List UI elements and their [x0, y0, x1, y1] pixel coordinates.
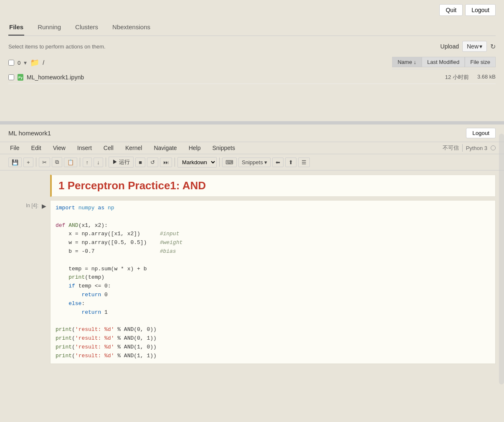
- menu-navigate[interactable]: Navigate: [152, 144, 178, 152]
- nav-forward-button[interactable]: ⬆: [285, 158, 296, 167]
- toolbar-sep-5: [219, 158, 220, 167]
- add-cell-button[interactable]: +: [23, 158, 33, 167]
- toolbar-sep-2: [80, 158, 80, 167]
- menu-file[interactable]: File: [8, 144, 21, 152]
- nav-back-button[interactable]: ⬅: [272, 158, 284, 167]
- toolbar-sep-4: [175, 158, 175, 167]
- cell-type-select[interactable]: Markdown Code Raw: [177, 157, 217, 168]
- upload-link[interactable]: Upload: [441, 43, 459, 50]
- tab-running[interactable]: Running: [37, 20, 62, 36]
- file-list-header: Name ↓ Last Modified File size: [392, 57, 496, 69]
- run-button[interactable]: ▶ 运行: [109, 157, 134, 168]
- code-line-4: x = np.array([x1, x2]) #input: [56, 230, 490, 239]
- sort-size-button[interactable]: File size: [465, 57, 496, 67]
- toolbar: 💾 + ✂ ⧉ 📋 ↑ ↓ ▶ 运行 ■ ↺ ⏭ Markdown Code R…: [0, 154, 504, 170]
- move-down-button[interactable]: ↓: [94, 158, 103, 167]
- code-line-15: print('result: %d' % AND(0, 0)): [56, 325, 490, 334]
- kernel-name: Python 3: [466, 145, 487, 151]
- toolbar-sep-3: [106, 158, 106, 167]
- menu-kernel[interactable]: Kernel: [124, 144, 144, 152]
- action-bar: Select items to perform actions on them.…: [8, 41, 496, 52]
- menu-snippets[interactable]: Snippets: [210, 144, 236, 152]
- notebook-header: ML homework1 Logout: [0, 125, 504, 142]
- select-hint: Select items to perform actions on them.: [8, 43, 106, 50]
- sort-name-button[interactable]: Name ↓: [392, 57, 422, 67]
- snippets-button[interactable]: Snippets ▾: [238, 158, 271, 167]
- save-button[interactable]: 💾: [8, 158, 22, 167]
- new-dropdown[interactable]: New ▾: [462, 41, 487, 52]
- scrollbar-track[interactable]: [499, 134, 504, 384]
- code-line-1: import numpy as np: [56, 204, 490, 213]
- file-checkbox[interactable]: [8, 74, 14, 80]
- restart-run-button[interactable]: ⏭: [160, 158, 172, 167]
- cell-in-label: In [4]:: [8, 200, 42, 364]
- file-modified: 12 小时前: [445, 74, 469, 81]
- keyboard-icon-button[interactable]: ⌨: [222, 158, 237, 167]
- tab-clusters[interactable]: Clusters: [74, 20, 99, 36]
- code-content[interactable]: import numpy as np def AND(x1, x2): x = …: [50, 200, 496, 364]
- notebook-heading: 1 Perceptron Practice1: AND: [58, 179, 489, 192]
- code-line-8: temp = np.sum(w * x) + b: [56, 265, 490, 274]
- cell-run-button[interactable]: ▶: [42, 200, 50, 364]
- toolbar-sep-1: [36, 158, 36, 167]
- heading-cell[interactable]: 1 Perceptron Practice1: AND: [50, 175, 496, 197]
- code-line-14: [56, 317, 490, 325]
- trust-status: 不可信: [443, 144, 463, 152]
- new-label: New: [467, 43, 479, 50]
- menu-cell[interactable]: Cell: [102, 144, 115, 152]
- menu-view[interactable]: View: [51, 144, 67, 152]
- kernel-indicator: [491, 145, 496, 150]
- code-line-3: def AND(x1, x2):: [56, 221, 490, 230]
- notebook-content: 1 Perceptron Practice1: AND In [4]: ▶ im…: [0, 170, 504, 370]
- file-manager: Quit Logout Files Running Clusters Nbext…: [0, 0, 504, 121]
- menu-help[interactable]: Help: [187, 144, 203, 152]
- code-line-12: else:: [56, 300, 490, 308]
- refresh-button[interactable]: ↻: [490, 43, 496, 51]
- quit-button[interactable]: Quit: [439, 4, 463, 16]
- sort-modified-button[interactable]: Last Modified: [422, 57, 465, 67]
- section-separator: [0, 121, 504, 125]
- menu-bar: File Edit View Insert Cell Kernel Naviga…: [0, 142, 504, 154]
- notebook-logout-button[interactable]: Logout: [466, 128, 496, 138]
- menu-insert[interactable]: Insert: [76, 144, 94, 152]
- tab-bar: Files Running Clusters Nbextensions: [8, 20, 496, 36]
- action-bar-right: Upload New ▾ ↻: [441, 41, 496, 52]
- interrupt-button[interactable]: ■: [135, 158, 145, 167]
- item-count: 0: [18, 60, 20, 66]
- logout-button-top[interactable]: Logout: [465, 4, 496, 16]
- breadcrumb-bar: 0 ▾ 📁 /: [8, 58, 44, 67]
- cut-button[interactable]: ✂: [39, 158, 50, 167]
- file-row-right: 12 小时前 3.68 kB: [445, 74, 496, 81]
- code-line-9: print(temp): [56, 273, 490, 282]
- table-row: Py ML_homework1.ipynb 12 小时前 3.68 kB: [8, 71, 496, 84]
- file-size: 3.68 kB: [477, 74, 496, 81]
- copy-button[interactable]: ⧉: [52, 157, 62, 167]
- code-line-6: b = -0.7 #bias: [56, 247, 490, 256]
- heading-cell-container: 1 Perceptron Practice1: AND: [8, 175, 496, 198]
- file-row-left: Py ML_homework1.ipynb: [8, 74, 445, 81]
- restart-button[interactable]: ↺: [147, 158, 158, 167]
- heading-run-area: [42, 175, 50, 198]
- item-count-dropdown[interactable]: ▾: [24, 59, 27, 66]
- folder-icon: 📁: [30, 58, 39, 67]
- menu-edit[interactable]: Edit: [30, 144, 43, 152]
- code-line-11: return 0: [56, 291, 490, 300]
- toc-button[interactable]: ☰: [298, 158, 310, 167]
- code-line-2: [56, 213, 490, 221]
- code-cell: In [4]: ▶ import numpy as np def AND(x1,…: [8, 200, 496, 364]
- paste-button[interactable]: 📋: [64, 158, 77, 167]
- code-line-10: if temp <= 0:: [56, 282, 490, 291]
- notebook-editor: ML homework1 Logout File Edit View Inser…: [0, 125, 504, 417]
- heading-cell-label: [8, 175, 42, 198]
- move-up-button[interactable]: ↑: [83, 158, 92, 167]
- kernel-status-bar: 不可信 Python 3: [443, 144, 496, 152]
- code-line-17: print('result: %d' % AND(1, 0)): [56, 343, 490, 352]
- code-line-16: print('result: %d' % AND(0, 1)): [56, 334, 490, 343]
- select-all-checkbox[interactable]: [8, 60, 14, 66]
- tab-files[interactable]: Files: [8, 20, 24, 36]
- notebook-icon: Py: [18, 74, 23, 81]
- code-line-13: return 1: [56, 308, 490, 317]
- file-name[interactable]: ML_homework1.ipynb: [27, 74, 84, 81]
- tab-nbextensions[interactable]: Nbextensions: [111, 20, 151, 36]
- notebook-title: ML homework1: [8, 130, 51, 137]
